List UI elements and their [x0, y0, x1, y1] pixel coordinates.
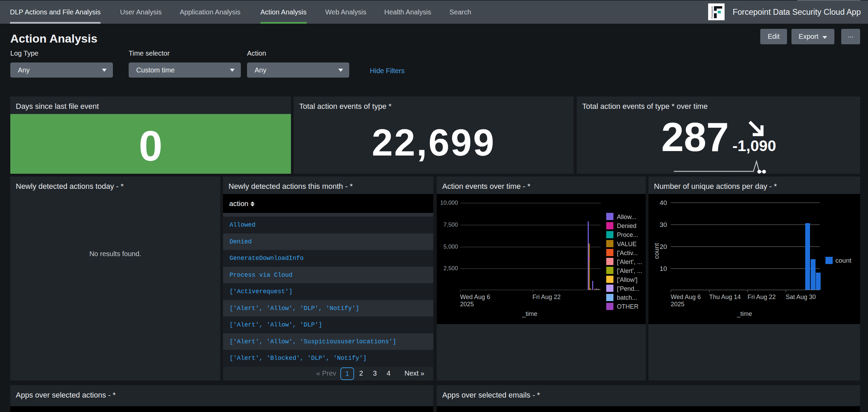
svg-text:Forcepoint: Forcepoint: [711, 7, 714, 18]
